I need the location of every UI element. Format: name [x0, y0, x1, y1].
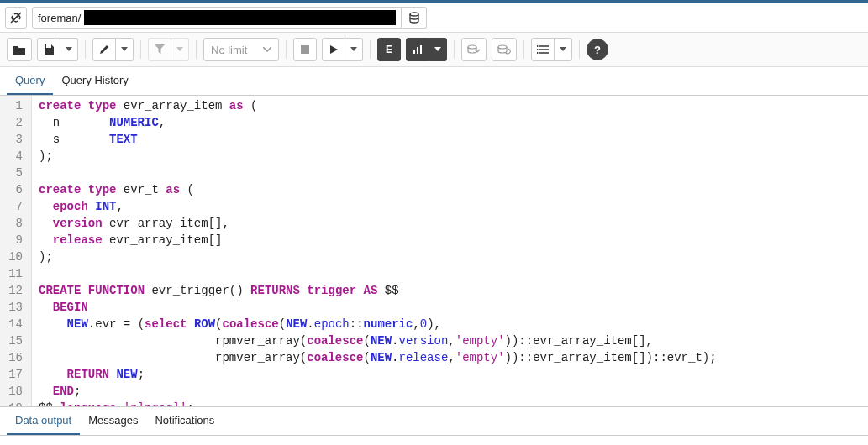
- code-area[interactable]: create type evr_array_item as ( n NUMERI…: [32, 96, 723, 406]
- execute-dropdown[interactable]: [345, 38, 363, 61]
- toolbar: No limit E: [0, 33, 868, 67]
- results-tabs: Data output Messages Notifications: [0, 406, 868, 436]
- edit-dropdown[interactable]: [116, 38, 134, 61]
- open-file-button[interactable]: [7, 38, 32, 61]
- limit-dropdown[interactable]: No limit: [203, 38, 279, 61]
- limit-label: No limit: [211, 44, 247, 56]
- tab-query[interactable]: Query: [7, 67, 53, 95]
- explain-analyze-button[interactable]: [406, 38, 429, 61]
- filter-button[interactable]: [148, 38, 171, 61]
- connection-bar: foreman/: [0, 3, 868, 33]
- save-button[interactable]: [37, 38, 60, 61]
- save-dropdown[interactable]: [60, 38, 78, 61]
- tab-data-output[interactable]: Data output: [7, 407, 80, 435]
- connection-redacted: [84, 10, 396, 25]
- database-icon[interactable]: [402, 7, 427, 29]
- filter-dropdown[interactable]: [171, 38, 189, 61]
- line-gutter: 12345678910111213141516171819: [0, 96, 32, 406]
- help-button[interactable]: ?: [587, 39, 608, 60]
- editor-tabs: Query Query History: [0, 67, 868, 96]
- execute-button[interactable]: [322, 38, 345, 61]
- connection-input[interactable]: foreman/: [32, 7, 402, 29]
- svg-point-6: [468, 45, 476, 49]
- macros-dropdown[interactable]: [555, 38, 572, 61]
- tab-messages[interactable]: Messages: [80, 407, 146, 435]
- disconnect-icon[interactable]: [5, 7, 27, 29]
- commit-button[interactable]: [461, 38, 487, 61]
- stop-button[interactable]: [293, 38, 317, 61]
- edit-button[interactable]: [92, 38, 116, 61]
- explain-button[interactable]: E: [377, 38, 401, 61]
- svg-point-12: [537, 49, 539, 50]
- code-editor[interactable]: 12345678910111213141516171819 create typ…: [0, 96, 868, 406]
- svg-rect-3: [413, 50, 415, 54]
- svg-rect-5: [420, 45, 422, 54]
- macros-button[interactable]: [531, 38, 555, 61]
- svg-point-13: [537, 52, 539, 54]
- svg-point-7: [498, 45, 507, 49]
- svg-point-1: [410, 13, 418, 16]
- svg-point-11: [537, 45, 539, 47]
- svg-rect-2: [301, 45, 309, 54]
- explain-dropdown[interactable]: [429, 38, 447, 61]
- svg-rect-4: [417, 47, 418, 54]
- tab-query-history[interactable]: Query History: [53, 67, 136, 95]
- rollback-button[interactable]: [492, 38, 517, 61]
- tab-notifications[interactable]: Notifications: [146, 407, 223, 435]
- connection-prefix: foreman/: [38, 12, 81, 24]
